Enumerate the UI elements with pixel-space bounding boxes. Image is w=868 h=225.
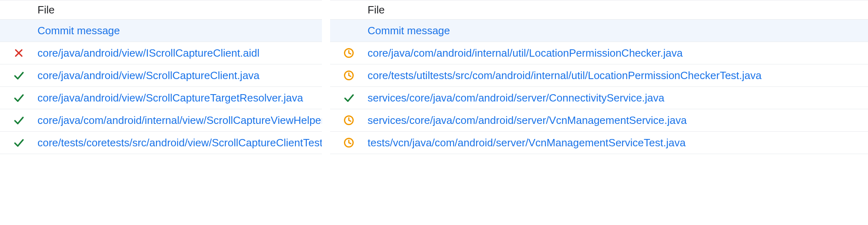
file-path-link[interactable]: tests/vcn/java/com/android/server/VcnMan… [368,137,868,149]
file-row[interactable]: tests/vcn/java/com/android/server/VcnMan… [330,132,868,154]
check-icon [343,92,355,104]
file-path-link[interactable]: core/java/android/view/ScrollCaptureTarg… [37,92,322,104]
status-icon-cell [330,137,368,148]
file-path-link[interactable]: core/java/android/view/IScrollCaptureCli… [37,47,322,60]
file-column-header: File [37,4,322,16]
status-icon-cell [330,47,368,59]
file-row[interactable]: core/java/android/view/ScrollCaptureClie… [0,64,322,87]
status-icon-cell [0,48,37,58]
file-row[interactable]: core/tests/utiltests/src/com/android/int… [330,64,868,87]
panel-gap [322,0,330,225]
commit-message-link[interactable]: Commit message [37,24,322,37]
check-icon [13,137,24,148]
file-path-link[interactable]: services/core/java/com/android/server/Co… [368,92,868,104]
file-path-link[interactable]: core/java/android/view/ScrollCaptureClie… [37,69,322,82]
file-row[interactable]: core/java/android/view/IScrollCaptureCli… [0,42,322,64]
file-list-panel-left: File Commit message core/java/android/vi… [0,0,322,225]
status-icon-cell [0,137,37,148]
file-row[interactable]: core/tests/coretests/src/android/view/Sc… [0,132,322,154]
file-header-row: File [330,0,868,20]
clock-icon [343,70,355,81]
fail-icon [13,48,24,58]
file-path-link[interactable]: core/tests/coretests/src/android/view/Sc… [37,137,322,149]
clock-icon [343,137,355,148]
file-path-link[interactable]: core/tests/utiltests/src/com/android/int… [368,69,868,82]
file-row[interactable]: core/java/com/android/internal/util/Loca… [330,42,868,64]
status-icon-cell [0,115,37,126]
check-icon [13,92,24,104]
commit-message-row[interactable]: Commit message [330,20,868,42]
file-path-link[interactable]: services/core/java/com/android/server/Vc… [368,114,868,127]
status-icon-cell [0,92,37,104]
check-icon [13,115,24,126]
check-icon [13,70,24,81]
file-list-panel-right: File Commit message core/java/com/androi… [330,0,868,225]
file-row[interactable]: services/core/java/com/android/server/Vc… [330,109,868,132]
file-row[interactable]: core/java/android/view/ScrollCaptureTarg… [0,87,322,109]
file-path-link[interactable]: core/java/com/android/internal/util/Loca… [368,47,868,60]
status-icon-cell [330,92,368,104]
commit-message-row[interactable]: Commit message [0,20,322,42]
clock-icon [343,115,355,126]
clock-icon [343,47,355,59]
file-header-row: File [0,0,322,20]
file-row[interactable]: services/core/java/com/android/server/Co… [330,87,868,109]
file-path-link[interactable]: core/java/com/android/internal/view/Scro… [37,114,322,127]
status-icon-cell [0,70,37,81]
file-column-header: File [368,4,868,16]
file-row[interactable]: core/java/com/android/internal/view/Scro… [0,109,322,132]
status-icon-cell [330,115,368,126]
status-icon-cell [330,70,368,81]
commit-message-link[interactable]: Commit message [368,24,868,37]
